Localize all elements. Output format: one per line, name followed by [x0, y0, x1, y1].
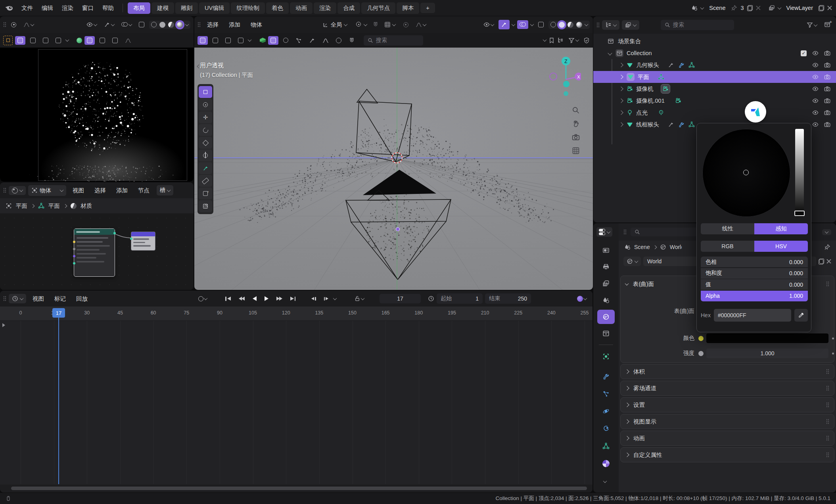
hide-eye-icon[interactable] — [812, 109, 819, 116]
value-slider[interactable] — [795, 129, 804, 217]
tool-icon-2[interactable] — [293, 36, 304, 45]
hide-eye-icon[interactable] — [812, 86, 819, 92]
hide-eye-icon[interactable] — [812, 121, 819, 128]
select-mode-subtract-icon[interactable] — [40, 36, 51, 45]
tool-extra-3-icon[interactable] — [123, 36, 134, 45]
pan-hand-icon[interactable] — [572, 120, 580, 128]
menu-object[interactable]: 物体 — [247, 20, 266, 30]
outliner-row-point-light[interactable]: 点光 — [593, 107, 836, 119]
breadcrumb-world[interactable]: World — [670, 244, 682, 250]
panel-animation[interactable]: 动画 — [620, 431, 834, 446]
snap-mode-icon[interactable] — [84, 36, 95, 45]
header-grip[interactable] — [596, 22, 600, 28]
world-unlink-icon[interactable] — [826, 259, 831, 264]
filter-dropdown[interactable] — [566, 36, 581, 45]
tool-options-chevron[interactable] — [248, 38, 252, 42]
select-mode-invert-icon[interactable] — [53, 36, 63, 45]
hide-eye-icon[interactable] — [812, 74, 819, 80]
tab-layout[interactable]: 布局 — [128, 2, 150, 14]
tabs-overflow-chevron[interactable] — [603, 479, 607, 483]
layout-icon[interactable] — [557, 37, 564, 44]
menu-render[interactable]: 渲染 — [58, 3, 77, 13]
navigation-gizmo[interactable]: Z X — [549, 55, 581, 102]
editor-type-dropdown[interactable] — [602, 20, 619, 30]
wheel-cursor[interactable] — [743, 170, 749, 175]
select-mode-invert-icon[interactable] — [236, 36, 246, 45]
material-preview-sphere-icon[interactable] — [77, 38, 82, 43]
tab-shading[interactable]: 着色 — [266, 2, 289, 14]
tool-options-chevron[interactable] — [65, 38, 69, 42]
tab-rendering[interactable]: 渲染 — [314, 2, 336, 14]
select-mode-new-icon[interactable] — [197, 36, 208, 45]
snap-magnet-icon[interactable] — [372, 21, 379, 28]
tool-rotate[interactable] — [199, 124, 212, 136]
autokey-toggle[interactable] — [196, 294, 210, 303]
strength-value-field[interactable]: 1.000 — [706, 349, 828, 358]
collapse-chevron[interactable] — [608, 51, 612, 55]
shading-material-icon[interactable] — [568, 22, 573, 28]
frame-end-field[interactable]: 结束250 — [485, 293, 531, 304]
cube-orientation-icon[interactable] — [260, 38, 266, 43]
node-canvas[interactable] — [0, 213, 194, 290]
transform-orientation-dropdown[interactable]: 全局 — [319, 19, 350, 30]
shading-rendered-icon[interactable] — [177, 22, 183, 28]
lock-toggle[interactable] — [351, 293, 367, 304]
wrench-modifier-icon[interactable] — [678, 121, 685, 128]
outliner-row-camera[interactable]: 摄像机 — [593, 83, 836, 95]
properties-options-dropdown[interactable] — [822, 229, 831, 235]
shader-menu-select[interactable]: 选择 — [90, 186, 110, 195]
display-mode-dropdown[interactable] — [622, 20, 639, 30]
xray-toggle[interactable] — [136, 20, 147, 29]
tab-object-properties[interactable] — [597, 349, 615, 364]
tool-move[interactable]: ✛ — [199, 111, 212, 123]
value-slider-row[interactable]: 值0.000 — [701, 279, 808, 290]
tool-icon-3[interactable] — [307, 36, 318, 45]
panel-collapse-chevron[interactable] — [625, 282, 629, 286]
new-collection-button[interactable]: + — [822, 20, 833, 31]
channel-expand-arrow[interactable] — [2, 323, 7, 327]
keyframe-indicator-yellow[interactable] — [698, 336, 704, 341]
render-visibility-icon[interactable] — [824, 62, 830, 68]
viewlayer-dropdown-chevron[interactable] — [777, 6, 781, 10]
timeline-menu-view[interactable]: 视图 — [29, 294, 48, 304]
play-button[interactable] — [262, 294, 271, 303]
panel-settings[interactable]: 设置 — [620, 397, 834, 412]
expand-chevron[interactable] — [619, 86, 623, 91]
shader-menu-view[interactable]: 视图 — [69, 186, 88, 195]
timeline-menu-playback[interactable]: 回放 — [72, 294, 92, 304]
menu-select[interactable]: 选择 — [203, 20, 222, 30]
tool-scale[interactable] — [199, 137, 212, 149]
frame-ruler[interactable]: 0153045607590105120135150165180195210225… — [0, 307, 592, 321]
timeline-menu-marker[interactable]: 标记 — [50, 294, 70, 304]
render-visibility-icon[interactable] — [824, 109, 830, 116]
gizmos-chevron[interactable] — [512, 22, 516, 26]
playback-chevron[interactable] — [333, 296, 337, 300]
current-frame-field[interactable]: 17 — [380, 294, 421, 303]
tab-render-properties[interactable] — [597, 243, 615, 257]
menu-file[interactable]: 文件 — [17, 3, 37, 13]
hide-eye-icon[interactable] — [812, 62, 819, 68]
outliner-search-field[interactable]: 搜索 — [661, 20, 734, 30]
shading-rendered-icon[interactable] — [576, 22, 582, 28]
shading-dropdown-chevron[interactable] — [185, 22, 189, 26]
viewlayer-name[interactable]: ViewLayer — [786, 5, 813, 11]
header-grip[interactable] — [3, 296, 6, 301]
shader-type-dropdown[interactable]: 物体 — [28, 185, 66, 196]
keyframe-indicator-gray[interactable] — [698, 351, 704, 356]
scene-users-count[interactable]: 3 — [740, 5, 744, 11]
panel-grip[interactable] — [826, 281, 829, 287]
shading-solid-icon[interactable] — [159, 22, 165, 28]
play-reverse-button[interactable] — [250, 294, 259, 303]
segment-linear[interactable]: 线性 — [701, 223, 754, 234]
snap-target-dropdown[interactable] — [381, 20, 399, 29]
outliner-row-collection[interactable]: Collection ✓ — [593, 47, 836, 59]
tab-material-properties[interactable] — [597, 456, 615, 471]
scene-dropdown-chevron[interactable] — [700, 6, 704, 10]
expand-chevron[interactable] — [619, 75, 623, 79]
tab-output-properties[interactable] — [597, 260, 615, 274]
exclude-checkbox[interactable]: ✓ — [801, 50, 807, 56]
hide-eye-icon[interactable] — [812, 50, 819, 56]
geometry-nodes-icon[interactable] — [658, 74, 664, 80]
tab-constraints-properties[interactable] — [597, 422, 615, 436]
editor-type-dropdown[interactable] — [9, 294, 26, 303]
